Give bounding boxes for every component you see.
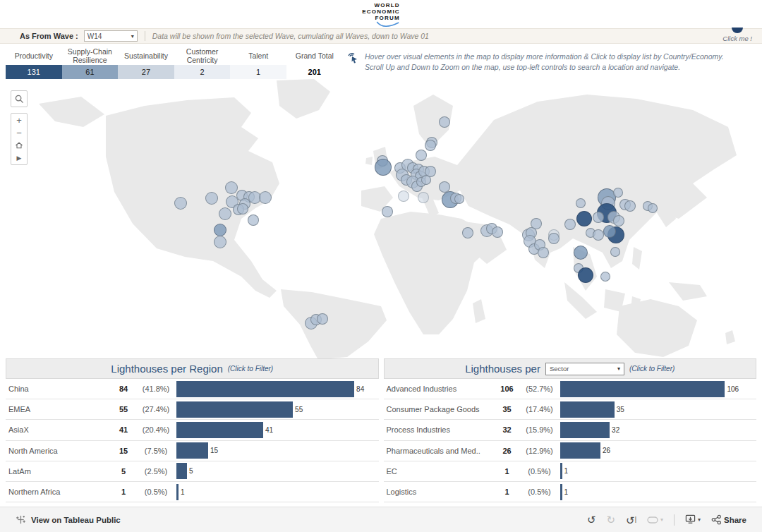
region-chart-title: Lighthouses per Region bbox=[111, 363, 222, 375]
zoom-in-button[interactable]: + bbox=[11, 114, 27, 126]
bar[interactable] bbox=[560, 422, 610, 438]
chart-row[interactable]: Consumer Package Goods35(17.4%)35 bbox=[384, 399, 757, 420]
map-bubble[interactable] bbox=[248, 214, 259, 226]
map-bubble[interactable] bbox=[600, 272, 610, 282]
map-bubble[interactable] bbox=[214, 236, 226, 248]
bar[interactable] bbox=[560, 442, 600, 459]
bar[interactable] bbox=[560, 463, 562, 479]
bar[interactable] bbox=[176, 484, 179, 500]
map-bubble[interactable] bbox=[219, 207, 231, 220]
map-bubble[interactable] bbox=[259, 191, 272, 204]
map-bubble[interactable] bbox=[225, 181, 238, 194]
chart-row[interactable]: North America15(7.5%)15 bbox=[6, 441, 379, 461]
chart-row[interactable]: Logistics1(0.5%)1 bbox=[384, 482, 757, 502]
map-bubble[interactable] bbox=[375, 159, 392, 176]
map-bubble[interactable] bbox=[421, 175, 431, 185]
map-bubble[interactable] bbox=[576, 211, 592, 226]
bar[interactable] bbox=[176, 442, 208, 459]
map-bubble[interactable] bbox=[237, 203, 248, 214]
sector-dropdown[interactable]: Sector ▾ bbox=[545, 363, 624, 375]
map-bubble[interactable] bbox=[603, 225, 616, 238]
map-bubble[interactable] bbox=[418, 192, 429, 203]
chart-row[interactable]: Pharmaceuticals and Med..26(12.9%)26 bbox=[384, 441, 757, 461]
region-chart-rows: China84(41.8%)84EMEA55(27.4%)55AsiaX41(2… bbox=[6, 379, 379, 504]
map-bubble[interactable] bbox=[492, 226, 503, 238]
map-bubble[interactable] bbox=[613, 215, 624, 226]
bar-track: 55 bbox=[176, 399, 379, 419]
world-map[interactable]: + − ▶ bbox=[0, 79, 762, 358]
pause-auto-update-button[interactable]: ▾ bbox=[647, 516, 663, 524]
map-bubble[interactable] bbox=[648, 203, 658, 213]
map-bubble[interactable] bbox=[462, 227, 473, 238]
view-on-tableau-link[interactable]: View on Tableau Public bbox=[16, 514, 121, 525]
bar[interactable] bbox=[176, 422, 263, 438]
chart-row[interactable]: Northern Africa1(0.5%)1 bbox=[6, 482, 379, 502]
stat-value-cell[interactable]: 61 bbox=[62, 65, 119, 79]
sector-chart-subtitle: (Click to Filter) bbox=[629, 365, 675, 373]
download-button[interactable]: ▾ bbox=[685, 514, 701, 525]
reset-button[interactable]: ↺| bbox=[626, 514, 636, 526]
map-bubble[interactable] bbox=[214, 224, 226, 236]
row-percent: (15.9%) bbox=[519, 425, 560, 434]
chart-row[interactable]: Process Industries32(15.9%)32 bbox=[384, 420, 757, 440]
map-bubble[interactable] bbox=[538, 247, 549, 258]
map-bubble[interactable] bbox=[425, 140, 436, 151]
bar[interactable] bbox=[560, 401, 615, 418]
share-button[interactable]: Share bbox=[711, 514, 746, 525]
map-bubble[interactable] bbox=[398, 191, 409, 202]
map-bubble[interactable] bbox=[576, 198, 586, 208]
bar-track: 84 bbox=[176, 379, 379, 399]
map-bubble[interactable] bbox=[564, 219, 576, 230]
click-me-button[interactable]: Click me ! bbox=[722, 28, 752, 42]
row-percent: (41.8%) bbox=[135, 385, 176, 393]
map-bubble[interactable] bbox=[624, 200, 636, 212]
bar[interactable] bbox=[176, 401, 293, 418]
map-search-button[interactable] bbox=[11, 90, 28, 107]
zoom-home-button[interactable] bbox=[11, 139, 27, 152]
map-bubble[interactable] bbox=[454, 194, 464, 204]
click-me-icon[interactable] bbox=[732, 28, 743, 33]
bar[interactable] bbox=[176, 381, 354, 397]
map-bubble[interactable] bbox=[439, 116, 450, 128]
map-bubble[interactable] bbox=[382, 206, 393, 217]
map-zoom-controls: + − ▶ bbox=[11, 113, 28, 165]
redo-button[interactable]: ↻ bbox=[607, 514, 616, 526]
stat-value-cell[interactable]: 1 bbox=[230, 65, 286, 79]
bar-value-label: 1 bbox=[181, 488, 185, 496]
chart-row[interactable]: AsiaX41(20.4%)41 bbox=[6, 420, 379, 440]
wave-dropdown[interactable]: W14 ▾ bbox=[84, 30, 138, 42]
map-bubble[interactable] bbox=[610, 247, 620, 257]
map-bubble[interactable] bbox=[548, 233, 560, 244]
stat-value-cell[interactable]: 27 bbox=[118, 65, 174, 79]
bar[interactable] bbox=[560, 484, 562, 500]
map-bubble[interactable] bbox=[613, 188, 623, 198]
stat-value-cell[interactable]: 201 bbox=[286, 65, 343, 79]
wave-filter-label: As From Wave : bbox=[20, 32, 78, 40]
chart-row[interactable]: EC1(0.5%)1 bbox=[384, 461, 757, 482]
zoom-out-button[interactable]: − bbox=[11, 126, 27, 139]
bar[interactable] bbox=[560, 381, 725, 397]
map-bubble[interactable] bbox=[593, 229, 604, 241]
stat-value-cell[interactable]: 131 bbox=[6, 65, 62, 79]
map-bubble[interactable] bbox=[174, 197, 187, 210]
row-value: 5 bbox=[111, 467, 135, 476]
divider bbox=[145, 31, 145, 41]
row-label: Process Industries bbox=[384, 425, 495, 434]
map-bubble[interactable] bbox=[578, 267, 593, 283]
click-pointer-icon bbox=[347, 52, 359, 64]
undo-button[interactable]: ↺ bbox=[587, 514, 596, 526]
map-bubble[interactable] bbox=[205, 192, 218, 205]
map-bubble[interactable] bbox=[593, 212, 604, 223]
map-bubble[interactable] bbox=[416, 150, 427, 161]
map-bubble[interactable] bbox=[574, 246, 588, 260]
region-chart-header[interactable]: Lighthouses per Region (Click to Filter) bbox=[6, 358, 379, 379]
chart-row[interactable]: China84(41.8%)84 bbox=[6, 379, 379, 399]
row-value: 15 bbox=[111, 447, 135, 455]
chart-row[interactable]: EMEA55(27.4%)55 bbox=[6, 399, 379, 420]
pan-mode-button[interactable]: ▶ bbox=[11, 152, 27, 164]
stat-value-cell[interactable]: 2 bbox=[174, 65, 231, 79]
map-bubble[interactable] bbox=[317, 313, 328, 325]
bar[interactable] bbox=[176, 463, 187, 479]
chart-row[interactable]: Advanced Industries106(52.7%)106 bbox=[384, 379, 757, 399]
chart-row[interactable]: LatAm5(2.5%)5 bbox=[6, 461, 379, 482]
